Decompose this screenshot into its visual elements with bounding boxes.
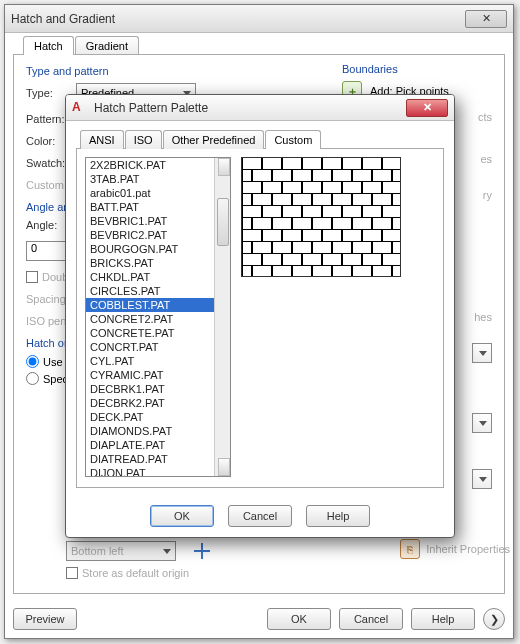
specified-origin-label: Specified origin [43,373,65,385]
preview-button[interactable]: Preview [13,608,77,630]
right-combo-3[interactable] [472,469,492,489]
use-current-origin-radio[interactable] [26,355,39,368]
pattern-list-item[interactable]: DIJON.PAT [86,466,214,477]
inherit-label: Inherit Properties [426,543,510,555]
checkbox-icon [26,271,38,283]
palette-tabs: ANSI ISO Other Predefined Custom [80,129,444,148]
pattern-list-item[interactable]: BOURGOGN.PAT [86,242,214,256]
palette-tab-ansi[interactable]: ANSI [80,130,124,149]
pattern-list-item[interactable]: CONCRETE.PAT [86,326,214,340]
list-scrollbar[interactable] [214,158,230,476]
scrollbar-thumb[interactable] [217,198,229,246]
pattern-list-item[interactable]: CONCRT.PAT [86,340,214,354]
pattern-list-item[interactable]: COBBLEST.PAT [86,298,214,312]
pattern-list[interactable]: 2X2BRICK.PAT3TAB.PATarabic01.patBATT.PAT… [85,157,231,477]
pattern-list-item[interactable]: CIRCLES.PAT [86,284,214,298]
right-combo-2[interactable] [472,413,492,433]
close-icon: ✕ [482,12,491,25]
pattern-list-item[interactable]: CHKDL.PAT [86,270,214,284]
palette-tab-custom[interactable]: Custom [265,130,321,149]
pattern-list-item[interactable]: 3TAB.PAT [86,172,214,186]
palette-tab-pane: 2X2BRICK.PAT3TAB.PATarabic01.patBATT.PAT… [76,148,444,488]
pattern-list-item[interactable]: CYL.PAT [86,354,214,368]
pattern-list-item[interactable]: 2X2BRICK.PAT [86,158,214,172]
chevron-right-icon: ❯ [490,613,499,626]
palette-close-button[interactable]: ✕ [406,99,448,117]
tab-hatch[interactable]: Hatch [23,36,74,55]
pattern-list-item[interactable]: DIAMONDS.PAT [86,424,214,438]
main-button-bar: Preview OK Cancel Help ❯ [13,608,505,630]
palette-tab-iso[interactable]: ISO [125,130,162,149]
right-combo-1[interactable] [472,343,492,363]
origin-crosshair-icon [194,543,210,559]
palette-cancel-button[interactable]: Cancel [228,505,292,527]
close-icon: ✕ [423,101,432,114]
pattern-list-item[interactable]: DECBRK2.PAT [86,396,214,410]
app-icon: A [72,100,88,116]
help-button[interactable]: Help [411,608,475,630]
pattern-list-item[interactable]: arabic01.pat [86,186,214,200]
pattern-list-item[interactable]: DECBRK1.PAT [86,382,214,396]
origin-default-combo[interactable]: Bottom left [66,541,176,561]
pattern-list-item[interactable]: DIAPLATE.PAT [86,438,214,452]
pattern-list-item[interactable]: CONCRET2.PAT [86,312,214,326]
pattern-list-item[interactable]: BEVBRIC2.PAT [86,228,214,242]
pattern-list-item[interactable]: BEVBRIC1.PAT [86,214,214,228]
store-default-origin-label: Store as default origin [82,567,189,579]
main-title: Hatch and Gradient [11,12,465,26]
specified-origin-radio[interactable] [26,372,39,385]
pattern-preview [241,157,435,479]
main-tabs: Hatch Gradient [23,35,505,54]
group-boundaries: Boundaries [342,63,492,75]
palette-button-bar: OK Cancel Help [66,505,454,527]
use-current-origin-label: Use current origin [43,356,65,368]
ok-button[interactable]: OK [267,608,331,630]
origin-default-value: Bottom left [71,545,124,557]
pattern-list-item[interactable]: BATT.PAT [86,200,214,214]
checkbox-icon [66,567,78,579]
pattern-preview-box [241,157,401,277]
palette-tab-other[interactable]: Other Predefined [163,130,265,149]
inherit-icon[interactable]: ⎘ [400,539,420,559]
palette-titlebar[interactable]: A Hatch Pattern Palette ✕ [66,95,454,121]
main-titlebar[interactable]: Hatch and Gradient ✕ [5,5,513,33]
hatch-pattern-palette-dialog: A Hatch Pattern Palette ✕ ANSI ISO Other… [65,94,455,538]
tab-gradient[interactable]: Gradient [75,36,139,55]
pattern-list-item[interactable]: BRICKS.PAT [86,256,214,270]
palette-title: Hatch Pattern Palette [94,101,406,115]
store-default-origin-checkbox[interactable]: Store as default origin [66,567,189,579]
pattern-list-item[interactable]: CYRAMIC.PAT [86,368,214,382]
cancel-button[interactable]: Cancel [339,608,403,630]
palette-ok-button[interactable]: OK [150,505,214,527]
palette-help-button[interactable]: Help [306,505,370,527]
pattern-list-item[interactable]: DECK.PAT [86,410,214,424]
expand-button[interactable]: ❯ [483,608,505,630]
main-close-button[interactable]: ✕ [465,10,507,28]
pattern-list-item[interactable]: DIATREAD.PAT [86,452,214,466]
